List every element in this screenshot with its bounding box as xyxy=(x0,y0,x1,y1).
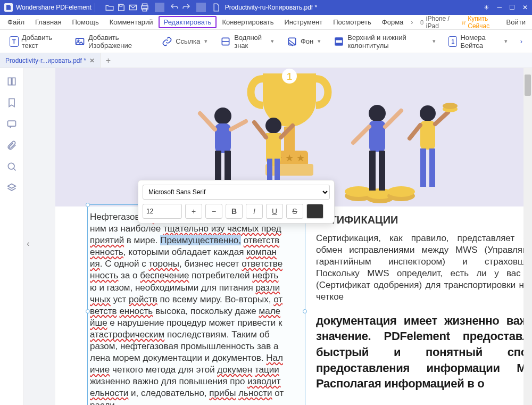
workspace: ‹ › ★ ★ ★ 1 xyxy=(0,68,532,405)
section-bold-paragraph: документация имеет жизненно важное значе… xyxy=(316,313,523,392)
vertical-scrollbar[interactable] xyxy=(523,68,532,405)
tab-add-button[interactable]: + xyxy=(101,56,116,65)
app-name: Wondershare PDFelement xyxy=(16,4,92,11)
close-button[interactable]: ✕ xyxy=(522,4,528,11)
svg-rect-41 xyxy=(369,151,376,191)
login-link[interactable]: Войти xyxy=(502,18,530,26)
search-icon[interactable] xyxy=(6,161,18,172)
app-logo-icon xyxy=(4,3,13,12)
svg-rect-42 xyxy=(379,151,385,191)
menu-file[interactable]: Файл xyxy=(2,16,30,28)
buy-now-link[interactable]: Купить Сейчас xyxy=(461,15,498,30)
thumbnails-icon[interactable] xyxy=(6,76,18,87)
document-viewport[interactable]: ‹ › ★ ★ ★ 1 xyxy=(23,68,523,405)
menu-edit[interactable]: Редактировать xyxy=(159,16,217,28)
svg-rect-33 xyxy=(215,123,231,153)
font-size-input[interactable] xyxy=(143,204,182,219)
section-paragraph: Сертификация, как правило, представляет … xyxy=(316,233,523,303)
menubar: Файл Главная Помощь Комментарий Редактир… xyxy=(0,15,532,30)
prev-page-icon[interactable]: ‹ xyxy=(24,237,32,251)
svg-rect-18 xyxy=(7,121,15,126)
svg-point-7 xyxy=(462,23,463,24)
tab-label: Productivity-r...ировать.pdf * xyxy=(5,57,86,64)
section-heading: ЕРТИФИКАЦИИ xyxy=(316,214,523,226)
window-controls: ☀ ─ ☐ ✕ xyxy=(484,4,528,11)
menu-tool[interactable]: Инструмент xyxy=(279,16,328,28)
svg-rect-40 xyxy=(369,121,385,152)
attachment-icon[interactable] xyxy=(6,139,18,151)
menu-home[interactable]: Главная xyxy=(30,16,66,28)
svg-point-32 xyxy=(214,108,231,125)
comment-icon[interactable] xyxy=(6,118,18,130)
document-title: Productivity-ru-Копировать.pdf * xyxy=(225,4,317,11)
separator xyxy=(155,3,164,12)
svg-point-19 xyxy=(8,163,14,169)
layers-icon[interactable] xyxy=(6,182,18,194)
menu-comment[interactable]: Комментарий xyxy=(104,16,159,28)
theme-icon[interactable]: ☀ xyxy=(484,4,489,11)
minimize-button[interactable]: ─ xyxy=(497,4,502,11)
iphone-ipad-link[interactable]: iPhone / iPad xyxy=(420,15,452,30)
print-icon[interactable] xyxy=(140,3,149,12)
separator xyxy=(95,3,95,12)
increase-size-button[interactable]: + xyxy=(185,204,202,219)
svg-rect-44 xyxy=(420,121,435,150)
svg-rect-17 xyxy=(12,78,15,85)
add-image-button[interactable]: Добавить Изображение xyxy=(74,34,149,49)
bates-button[interactable]: 1Номера Бейтса▾ xyxy=(448,34,508,49)
scrollbar-thumb[interactable] xyxy=(525,75,531,96)
titlebar: Wondershare PDFelement Productivity-ru-К… xyxy=(0,0,532,15)
text-format-toolbar: Microsoft Sans Serif + − B I U S xyxy=(138,180,335,224)
sidebar xyxy=(0,68,23,405)
svg-point-39 xyxy=(369,105,386,122)
save-icon[interactable] xyxy=(117,3,126,12)
svg-rect-6 xyxy=(421,20,423,24)
document-icon xyxy=(211,3,221,12)
edit-text-content[interactable]: Нефтегазовая пним из наиболее тщательно … xyxy=(90,211,303,405)
bookmark-icon[interactable] xyxy=(6,97,18,109)
resize-handle[interactable] xyxy=(303,309,307,313)
menu-more[interactable]: › xyxy=(409,18,415,26)
redo-icon[interactable] xyxy=(181,3,191,12)
svg-point-36 xyxy=(265,118,281,134)
svg-point-43 xyxy=(420,105,436,121)
strikethrough-button[interactable]: S xyxy=(286,204,303,219)
bold-button[interactable]: B xyxy=(226,204,243,219)
header-footer-button[interactable]: Верхний и нижний колонтитулы▾ xyxy=(334,34,436,49)
svg-rect-14 xyxy=(336,38,343,39)
toolbar-more[interactable]: › xyxy=(520,37,522,45)
underline-button[interactable]: U xyxy=(266,204,283,219)
document-tab[interactable]: Productivity-r...ировать.pdf * ✕ xyxy=(0,53,101,68)
svg-rect-16 xyxy=(8,78,11,85)
background-button[interactable]: Фон▾ xyxy=(287,36,321,47)
link-button[interactable]: Ссылка▾ xyxy=(162,36,207,47)
tabbar: Productivity-r...ировать.pdf * ✕ + xyxy=(0,53,532,68)
menu-help[interactable]: Помощь xyxy=(66,16,104,28)
quick-access xyxy=(105,3,221,12)
open-icon[interactable] xyxy=(105,3,114,12)
separator xyxy=(196,3,206,12)
font-color-button[interactable] xyxy=(306,204,323,219)
italic-button[interactable]: I xyxy=(246,204,263,219)
decrease-size-button[interactable]: − xyxy=(205,204,222,219)
tab-close-icon[interactable]: ✕ xyxy=(89,57,95,64)
menu-convert[interactable]: Конвертировать xyxy=(217,16,279,28)
svg-point-48 xyxy=(443,103,458,109)
pdf-page: ★ ★ ★ 1 xyxy=(55,68,523,405)
svg-rect-15 xyxy=(336,43,343,45)
svg-text:1: 1 xyxy=(287,71,292,82)
svg-point-8 xyxy=(464,23,464,24)
add-text-button[interactable]: TДобавить текст xyxy=(10,34,62,49)
menu-view[interactable]: Посмотреть xyxy=(328,16,377,28)
person-4-icon xyxy=(401,97,460,206)
watermark-button[interactable]: Водяной знак▾ xyxy=(220,34,274,49)
font-family-select[interactable]: Microsoft Sans Serif xyxy=(143,185,330,200)
resize-handle[interactable] xyxy=(86,203,90,207)
undo-icon[interactable] xyxy=(170,3,179,12)
right-column: ЕРТИФИКАЦИИ Сертификация, как правило, п… xyxy=(311,206,523,405)
selected-text-block[interactable]: Нефтегазовая пним из наиболее тщательно … xyxy=(87,204,305,405)
mail-icon[interactable] xyxy=(128,3,138,12)
maximize-button[interactable]: ☐ xyxy=(509,4,515,11)
menu-form[interactable]: Форма xyxy=(377,16,409,28)
resize-handle[interactable] xyxy=(86,309,90,313)
